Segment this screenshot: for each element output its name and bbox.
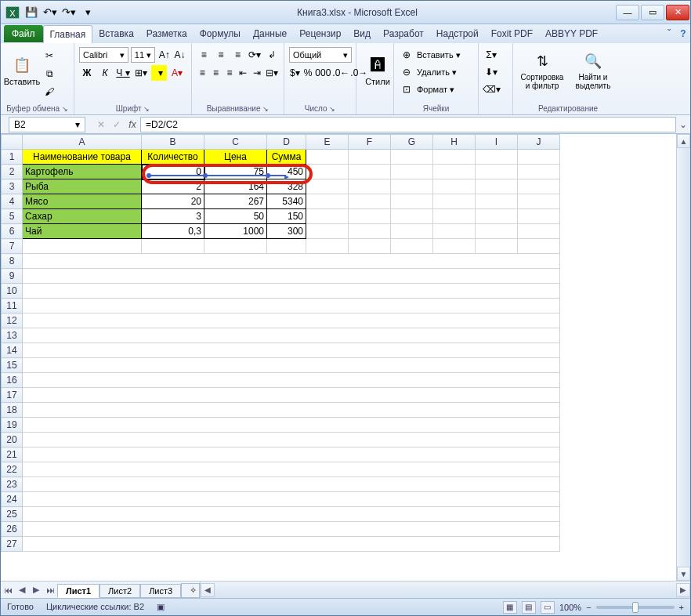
tab-layout[interactable]: Разметка — [140, 25, 194, 42]
tab-file[interactable]: Файл — [4, 25, 43, 42]
cell[interactable] — [267, 239, 306, 254]
col-header[interactable]: G — [391, 135, 433, 150]
col-header[interactable]: C — [204, 135, 267, 150]
cell[interactable]: 164 — [204, 179, 267, 194]
cell[interactable] — [518, 150, 560, 165]
indent-dec-icon[interactable]: ⇤ — [237, 65, 248, 81]
ribbon-minimize-icon[interactable]: ˇ — [662, 28, 676, 39]
cell[interactable] — [433, 150, 476, 165]
percent-icon[interactable]: % — [303, 65, 313, 81]
cell[interactable] — [23, 373, 560, 388]
cell[interactable] — [349, 179, 391, 194]
tab-last-icon[interactable]: ⏭ — [43, 583, 57, 597]
redo-icon[interactable]: ↷▾ — [60, 4, 78, 21]
fill-icon[interactable]: ⬇▾ — [483, 64, 499, 80]
cell[interactable]: 75 — [204, 165, 267, 179]
cell[interactable] — [349, 194, 391, 209]
cell[interactable]: Количество — [142, 150, 204, 165]
align-left-icon[interactable]: ≡ — [197, 65, 208, 81]
zoom-thumb[interactable] — [632, 602, 639, 613]
sheet-tab[interactable]: Лист3 — [140, 584, 181, 598]
zoom-out-button[interactable]: − — [586, 603, 591, 612]
cell[interactable] — [23, 448, 560, 462]
select-all-corner[interactable] — [2, 135, 23, 150]
fill-color-button[interactable]: ▾ — [151, 65, 167, 81]
cell[interactable]: 50 — [204, 209, 267, 224]
minimize-button[interactable]: — — [616, 5, 639, 20]
bold-button[interactable]: Ж — [79, 65, 95, 81]
cell[interactable] — [23, 313, 560, 328]
maximize-button[interactable]: ▭ — [641, 5, 664, 20]
cell[interactable] — [391, 194, 433, 209]
cell[interactable] — [306, 209, 349, 224]
cell[interactable] — [391, 239, 433, 254]
cell[interactable] — [391, 224, 433, 239]
scroll-up-icon[interactable]: ▲ — [677, 134, 690, 148]
close-button[interactable]: ✕ — [666, 5, 689, 20]
merge-icon[interactable]: ⊟▾ — [265, 65, 279, 81]
row-header[interactable]: 11 — [2, 299, 23, 313]
col-header[interactable]: D — [267, 135, 306, 150]
cell[interactable]: Цена — [204, 150, 267, 165]
cell[interactable]: 20 — [142, 194, 204, 209]
cell[interactable] — [476, 179, 518, 194]
cell[interactable] — [476, 224, 518, 239]
row-header[interactable]: 4 — [2, 194, 23, 209]
align-top-icon[interactable]: ≡ — [197, 47, 212, 63]
cell[interactable] — [433, 224, 476, 239]
border-button[interactable]: ⊞▾ — [133, 65, 149, 81]
row-header[interactable]: 7 — [2, 239, 23, 254]
save-icon[interactable]: 💾 — [23, 4, 40, 21]
cell[interactable] — [306, 239, 349, 254]
cell[interactable] — [518, 239, 560, 254]
cell[interactable] — [518, 194, 560, 209]
tab-foxit[interactable]: Foxit PDF — [485, 25, 539, 42]
cell[interactable] — [23, 388, 560, 403]
cell[interactable] — [433, 194, 476, 209]
view-page-break-icon[interactable]: ▭ — [541, 601, 555, 614]
cell[interactable] — [476, 239, 518, 254]
cell[interactable] — [204, 239, 267, 254]
row-header[interactable]: 25 — [2, 507, 23, 522]
cell[interactable] — [23, 403, 560, 418]
tab-abbyy[interactable]: ABBYY PDF — [539, 25, 604, 42]
cell[interactable]: 3 — [142, 209, 204, 224]
cancel-formula-icon[interactable]: ✕ — [93, 117, 109, 132]
clear-icon[interactable]: ⌫▾ — [483, 82, 499, 97]
formula-input[interactable]: =D2/C2 — [140, 117, 676, 132]
macro-record-icon[interactable]: ▣ — [157, 602, 165, 612]
cell[interactable] — [306, 224, 349, 239]
tab-data[interactable]: Данные — [247, 25, 293, 42]
new-sheet-icon[interactable]: ✧ — [181, 583, 200, 598]
cell[interactable] — [23, 418, 560, 433]
row-header[interactable]: 16 — [2, 373, 23, 388]
cell[interactable] — [476, 150, 518, 165]
help-icon[interactable]: ? — [676, 28, 690, 39]
format-painter-icon[interactable]: 🖌 — [42, 84, 57, 100]
cell[interactable] — [23, 522, 560, 537]
cell[interactable] — [433, 239, 476, 254]
cell[interactable] — [23, 284, 560, 299]
col-header[interactable]: A — [23, 135, 142, 150]
tab-addins[interactable]: Надстрой — [430, 25, 485, 42]
row-header[interactable]: 21 — [2, 448, 23, 462]
cell[interactable]: Сахар — [23, 209, 142, 224]
enter-formula-icon[interactable]: ✓ — [109, 117, 125, 132]
row-header[interactable]: 24 — [2, 492, 23, 507]
col-header[interactable]: B — [142, 135, 204, 150]
cell[interactable] — [518, 179, 560, 194]
name-box[interactable]: B2▾ — [9, 117, 85, 132]
cell[interactable] — [433, 179, 476, 194]
row-header[interactable]: 22 — [2, 462, 23, 477]
cell[interactable] — [23, 343, 560, 358]
format-cells-button[interactable]: ⊡Формат ▾ — [399, 82, 473, 97]
align-right-icon[interactable]: ≡ — [224, 65, 235, 81]
cell[interactable] — [306, 194, 349, 209]
col-header[interactable]: I — [476, 135, 518, 150]
cell[interactable]: 0,3 — [142, 224, 204, 239]
font-launcher-icon[interactable]: ↘ — [143, 105, 150, 113]
row-header[interactable]: 17 — [2, 388, 23, 403]
col-header[interactable]: F — [349, 135, 391, 150]
insert-cells-button[interactable]: ⊕Вставить ▾ — [399, 47, 473, 63]
row-header[interactable]: 8 — [2, 254, 23, 269]
